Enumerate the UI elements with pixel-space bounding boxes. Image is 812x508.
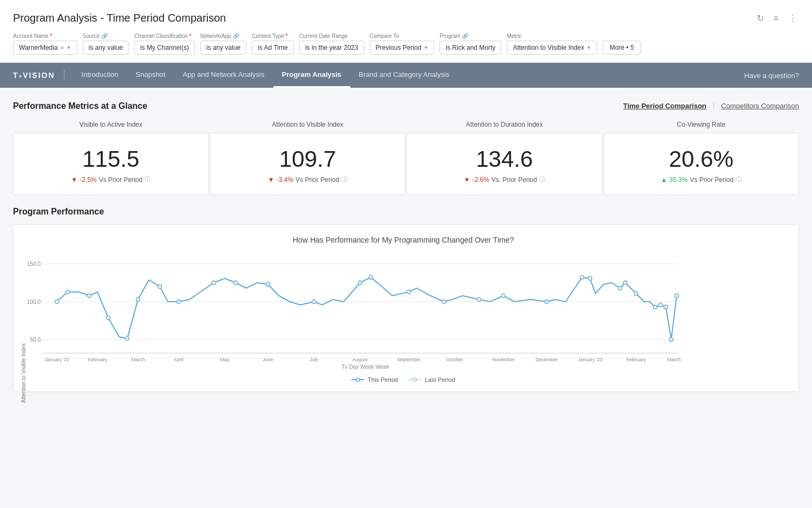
metric-info-1[interactable]: ⓘ (342, 175, 348, 184)
filter-account-name: Account Name * WarnerMedia ✕ ▼ (13, 33, 77, 55)
nav-item-snapshot[interactable]: Snapshot (127, 63, 174, 88)
filter-chip-content[interactable]: is Ad Time (252, 41, 293, 55)
svg-point-25 (88, 294, 91, 298)
logo-text: T»VISION (13, 71, 55, 80)
more-filters-button[interactable]: More • 5 (603, 41, 641, 55)
filter-value-account: WarnerMedia (19, 44, 58, 51)
filter-chip-program[interactable]: is Rick and Morty (440, 41, 501, 55)
nav-item-introduction[interactable]: Introduction (73, 63, 127, 88)
metric-info-0[interactable]: ⓘ (145, 175, 150, 184)
svg-text:July: July (310, 357, 319, 362)
filter-label-channel: Channel Classification * (134, 33, 195, 39)
filter-label-network: Network/App 🔗 (200, 33, 246, 39)
metric-card-0: 115.5 ▼ -2.5% Vs Prior Period ⓘ (13, 133, 209, 195)
filter-label-account: Account Name * (13, 33, 77, 39)
metric-change-pct-0: -2.5% (80, 176, 96, 184)
legend-label-this-period: This Period (368, 376, 398, 383)
refresh-icon[interactable]: ↻ (755, 11, 766, 25)
legend-last-period: Last Period (409, 376, 455, 383)
svg-text:May: May (220, 357, 230, 362)
filters-row: Account Name * WarnerMedia ✕ ▼ Source 🔗 … (13, 33, 799, 62)
svg-point-55 (414, 378, 417, 381)
svg-text:June: June (263, 357, 273, 362)
metrics-section-title: Performance Metrics at a Glance (13, 101, 147, 111)
filter-arrow-account[interactable]: ▼ (67, 45, 71, 50)
metric-label-2: Attention to Duration Index (407, 121, 603, 128)
tab-competitors[interactable]: Competitors Comparison (721, 101, 799, 111)
tab-separator: | (713, 101, 715, 111)
filter-arrow-metric[interactable]: ▼ (586, 45, 591, 50)
svg-text:March: March (667, 357, 680, 362)
svg-point-37 (407, 290, 411, 294)
svg-point-51 (675, 294, 679, 298)
filter-program: Program 🔗 is Rick and Morty (440, 33, 501, 55)
metric-change-label-2: Vs. Prior Period (492, 176, 537, 184)
page-header: Program Analysis - Time Period Compariso… (0, 0, 812, 63)
metric-value-0: 115.5 (82, 146, 139, 172)
filter-chip-source[interactable]: is any value (83, 41, 129, 55)
metric-card-2: 134.6 ▼ -2.6% Vs. Prior Period ⓘ (407, 133, 603, 195)
filter-value-metric: Attention to Visible Index (513, 44, 584, 51)
filter-icon[interactable]: ≡ (771, 11, 781, 25)
metrics-container: Visible to Active Index Attention to Vis… (13, 121, 799, 195)
svg-point-33 (266, 283, 270, 286)
tab-time-period[interactable]: Time Period Comparison (623, 101, 706, 111)
filter-chip-account[interactable]: WarnerMedia ✕ ▼ (13, 41, 77, 55)
metric-value-2: 134.6 (476, 146, 533, 172)
filter-close-account[interactable]: ✕ (60, 45, 64, 51)
filter-chip-date[interactable]: is in the year 2023 (299, 41, 364, 55)
nav-logo: T»VISION (13, 71, 55, 80)
legend-label-last-period: Last Period (425, 376, 455, 383)
filter-chip-channel[interactable]: is My Channel(s) (134, 41, 195, 55)
filter-chip-network[interactable]: is any value (200, 41, 246, 55)
nav-divider (64, 70, 64, 81)
filter-chip-compare[interactable]: Previous Period ▼ (370, 41, 435, 55)
y-axis-label: Attention to Visible Index (21, 343, 27, 403)
filter-more-group: More • 5 (603, 33, 641, 55)
svg-text:50.0: 50.0 (30, 337, 41, 343)
filter-network: Network/App 🔗 is any value (200, 33, 246, 55)
nav-item-brand-category[interactable]: Brand and Category Analysis (350, 63, 459, 88)
more-options-icon[interactable]: ⋮ (786, 11, 799, 25)
svg-point-49 (664, 305, 668, 309)
metric-value-3: 20.6% (669, 146, 734, 172)
filter-value-compare: Previous Period (376, 44, 422, 51)
svg-point-44 (618, 286, 622, 290)
svg-point-27 (126, 337, 129, 341)
chart-legend: This Period Last Period (19, 376, 788, 383)
nav-bar: T»VISION Introduction Snapshot App and N… (0, 63, 812, 88)
nav-item-program-analysis[interactable]: Program Analysis (273, 63, 350, 88)
metric-arrow-1: ▼ (268, 176, 274, 184)
svg-text:August: August (352, 357, 368, 362)
metrics-section-header: Performance Metrics at a Glance Time Per… (13, 101, 799, 111)
svg-text:September: September (397, 357, 421, 362)
svg-point-39 (477, 298, 481, 302)
chart-container: How Has Performance for My Programming C… (13, 224, 799, 392)
metric-arrow-2: ▼ (464, 176, 470, 184)
svg-point-28 (136, 298, 140, 302)
filter-source: Source 🔗 is any value (83, 33, 129, 55)
filter-arrow-compare[interactable]: ▼ (423, 45, 428, 50)
svg-point-53 (356, 378, 359, 381)
nav-item-app-network[interactable]: App and Network Analysis (174, 63, 273, 88)
filter-value-source: is any value (89, 44, 123, 51)
metric-change-2: ▼ -2.6% Vs. Prior Period ⓘ (464, 175, 545, 184)
metric-change-pct-2: -2.6% (473, 176, 489, 184)
filter-channel: Channel Classification * is My Channel(s… (134, 33, 195, 55)
program-performance-section: Program Performance How Has Performance … (13, 207, 799, 392)
svg-text:April: April (174, 357, 184, 362)
svg-text:January '23: January '23 (578, 357, 603, 362)
metric-info-2[interactable]: ⓘ (539, 175, 545, 184)
svg-text:February: February (88, 357, 108, 362)
svg-point-26 (107, 316, 110, 320)
svg-point-36 (369, 276, 373, 279)
metric-change-label-1: Vs Prior Period (296, 176, 339, 184)
svg-point-31 (212, 281, 216, 285)
svg-point-41 (545, 300, 549, 304)
metric-change-pct-3: 35.3% (669, 176, 687, 184)
svg-point-30 (177, 300, 181, 304)
nav-have-question[interactable]: Have a question? (744, 71, 799, 80)
svg-point-32 (234, 281, 238, 285)
filter-chip-metric[interactable]: Attention to Visible Index ▼ (507, 41, 597, 55)
metric-info-3[interactable]: ⓘ (736, 175, 742, 184)
